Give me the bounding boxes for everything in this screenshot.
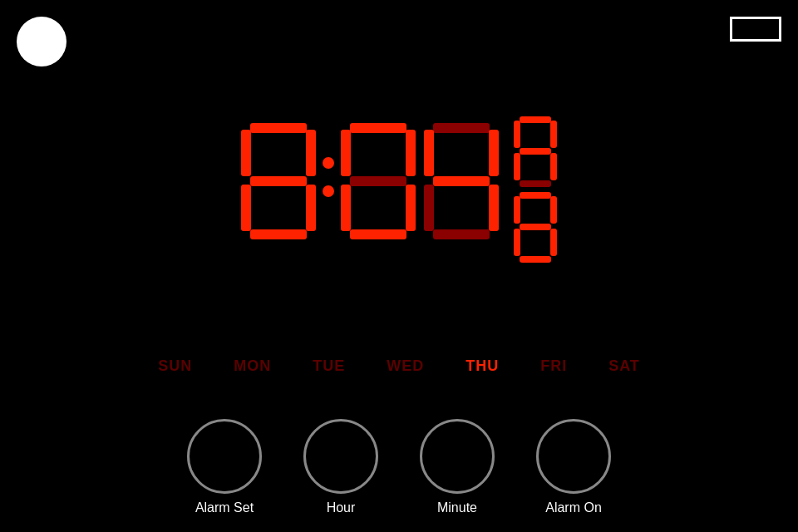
ampm-bottom [514, 192, 557, 263]
minute-label: Minute [437, 500, 477, 515]
alarm-set-label: Alarm Set [195, 500, 254, 515]
hour-button[interactable] [303, 419, 378, 494]
clock-colon [316, 119, 341, 235]
hour-digit [241, 123, 316, 239]
button-group-alarm-on: Alarm On [536, 419, 611, 515]
day-label-mon: MON [234, 357, 271, 375]
day-label-tue: TUE [313, 357, 345, 375]
button-group-minute: Minute [420, 419, 495, 515]
ampm-display [514, 116, 557, 263]
day-label-fri: FRI [540, 357, 567, 375]
day-label-sun: SUN [158, 357, 192, 375]
ampm-digit-1 [514, 116, 557, 187]
button-group-alarm-set: Alarm Set [187, 419, 262, 515]
ampm-digit-2 [514, 192, 557, 263]
info-button[interactable] [17, 17, 66, 66]
remove-ads-button[interactable] [730, 17, 781, 42]
ampm-top [514, 116, 557, 187]
clock-display [0, 100, 798, 263]
control-buttons: Alarm SetHourMinuteAlarm On [0, 419, 798, 515]
day-label-sat: SAT [608, 357, 640, 375]
alarm-on-button[interactable] [536, 419, 611, 494]
hour-digits [241, 123, 316, 239]
alarm-on-label: Alarm On [545, 500, 602, 515]
days-of-week: SUNMONTUEWEDTHUFRISAT [0, 357, 798, 375]
minute-ones-digit [424, 123, 499, 239]
minute-tens-digit [341, 123, 416, 239]
minute-button[interactable] [420, 419, 495, 494]
day-label-thu: THU [466, 357, 499, 375]
button-group-hour: Hour [303, 419, 378, 515]
hour-label: Hour [327, 500, 356, 515]
day-label-wed: WED [387, 357, 424, 375]
alarm-set-button[interactable] [187, 419, 262, 494]
minute-digits [341, 123, 499, 239]
